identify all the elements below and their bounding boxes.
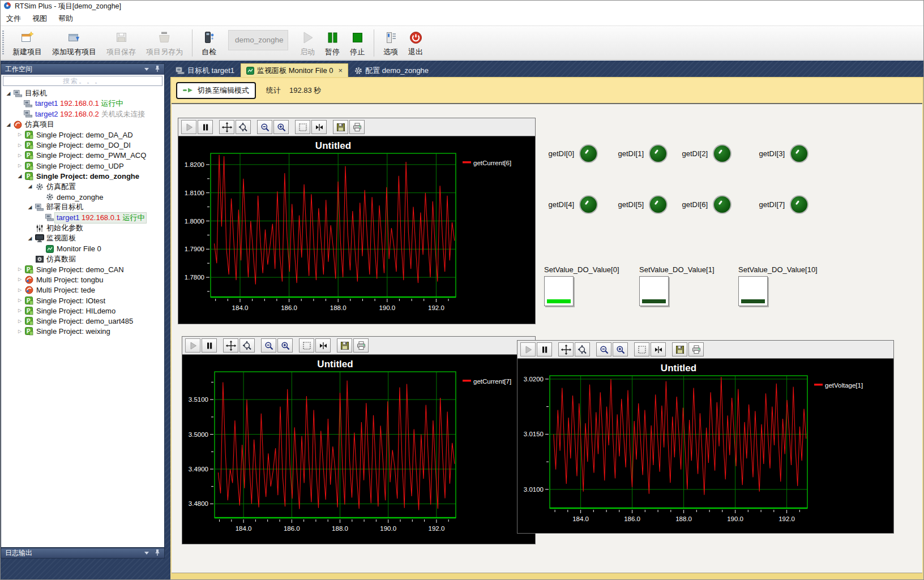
collapse-icon[interactable]: ◢ — [26, 205, 34, 210]
pause-button[interactable]: 暂停 — [320, 27, 345, 59]
add-existing-project-button[interactable]: 添加现有项目 — [47, 27, 101, 59]
search-input[interactable] — [3, 76, 162, 86]
pin-icon[interactable] — [155, 549, 160, 558]
chart-zoom-in-button[interactable] — [273, 120, 289, 134]
setter-level-box[interactable] — [639, 276, 669, 306]
chart-zoom-out-button[interactable] — [261, 338, 276, 353]
stop-button[interactable]: 停止 — [345, 27, 370, 59]
expand-icon[interactable]: ▷ — [16, 288, 24, 293]
chevron-down-icon[interactable] — [144, 68, 149, 71]
tree-item-14[interactable]: ◢监视面板 — [1, 233, 164, 243]
do-setter-1[interactable]: SetValue_DO_Value[1] — [639, 265, 735, 306]
chart-fit-x-button[interactable] — [651, 342, 666, 356]
chart-zoom-out-button[interactable] — [257, 120, 272, 134]
chart-print-button[interactable] — [688, 342, 704, 356]
chart-pan-button[interactable] — [558, 342, 574, 356]
chart-select-region-button[interactable] — [295, 120, 310, 134]
collapse-icon[interactable]: ◢ — [5, 91, 12, 96]
chart-save-button[interactable] — [337, 338, 352, 353]
tree-item-13[interactable]: 初始化参数 — [1, 223, 164, 233]
chevron-down-icon[interactable] — [144, 552, 149, 555]
collapse-icon[interactable]: ◢ — [26, 184, 34, 189]
chart-zoom-in-button[interactable] — [277, 338, 293, 353]
menu-item-2[interactable]: 帮助 — [53, 12, 79, 25]
tree-item-16[interactable]: 仿真数据 — [1, 254, 164, 264]
expand-icon[interactable]: ▷ — [16, 277, 24, 282]
log-output-header[interactable]: 日志输出 — [1, 548, 165, 558]
tree-item-15[interactable]: Monitor File 0 — [1, 243, 164, 254]
chart-play-button[interactable] — [185, 338, 200, 353]
tab-0[interactable]: 目标机 target1 — [170, 64, 239, 77]
expand-icon[interactable]: ▷ — [16, 153, 24, 158]
tree-item-22[interactable]: ▷PSingle Project: demo_uart485 — [1, 316, 164, 326]
tree-item-7[interactable]: ▷PSingle Project: demo_UDP — [1, 161, 164, 171]
expand-icon[interactable]: ▷ — [16, 164, 24, 168]
expand-icon[interactable]: ▷ — [16, 267, 24, 272]
start-button[interactable]: 启动 — [295, 27, 320, 59]
options-button[interactable]: 选项 — [378, 27, 403, 59]
menu-item-1[interactable]: 视图 — [27, 12, 53, 25]
setter-level-box[interactable] — [738, 276, 768, 306]
exit-button[interactable]: 退出 — [403, 27, 428, 59]
tree-item-1[interactable]: target1 192.168.0.1 运行中 — [1, 98, 164, 109]
chart-play-button[interactable] — [520, 342, 536, 356]
tree-item-17[interactable]: ▷PSingle Project: demo_CAN — [1, 264, 164, 274]
expand-icon[interactable]: ▷ — [16, 143, 24, 148]
chart-plot[interactable]: 3.51003.50003.49003.4800184.0186.0188.01… — [182, 355, 535, 546]
expand-icon[interactable]: ▷ — [16, 319, 24, 324]
chart-zoom-drag-button[interactable] — [236, 120, 251, 134]
tab-2[interactable]: 配置 demo_zonghe — [349, 64, 434, 77]
chart-print-button[interactable] — [353, 338, 369, 353]
chart-plot[interactable]: 1.82001.81001.80001.79001.7800184.0186.0… — [178, 136, 535, 325]
tree-item-4[interactable]: ▷PSingle Project: demo_DA_AD — [1, 130, 164, 140]
tab-1[interactable]: 监视面板 Monitor File 0× — [241, 63, 348, 77]
chart-fit-x-button[interactable] — [315, 338, 331, 353]
expand-icon[interactable]: ▷ — [16, 298, 24, 303]
tree-item-5[interactable]: ▷PSingle Project: demo_DO_DI — [1, 140, 164, 150]
chart-pause-button[interactable] — [198, 120, 213, 134]
chart-pan-button[interactable] — [219, 120, 234, 134]
chart-zoom-in-button[interactable] — [613, 342, 628, 356]
collapse-icon[interactable]: ◢ — [26, 236, 34, 241]
tree-item-8[interactable]: ◢PSingle Project: demo_zonghe — [1, 171, 164, 181]
toolbar-grip-handle[interactable] — [2, 31, 4, 55]
self-check-button[interactable]: 自检 — [196, 27, 221, 59]
expand-icon[interactable]: ▷ — [16, 308, 24, 313]
collapse-icon[interactable]: ◢ — [5, 122, 12, 127]
switch-to-edit-mode-button[interactable]: 切换至编辑模式 — [176, 82, 256, 99]
chart-fit-x-button[interactable] — [311, 120, 327, 134]
close-icon[interactable]: × — [338, 67, 343, 74]
chart-pause-button[interactable] — [202, 338, 217, 353]
setter-level-box[interactable] — [544, 276, 574, 306]
chart-zoom-drag-button[interactable] — [575, 342, 590, 356]
chart-select-region-button[interactable] — [299, 338, 314, 353]
tree-item-12[interactable]: target1 192.168.0.1 运行中 — [1, 213, 164, 223]
chart-select-region-button[interactable] — [634, 342, 649, 356]
tree-item-21[interactable]: ▷PSingle Project: HILdemo — [1, 306, 164, 316]
chart-zoom-out-button[interactable] — [596, 342, 611, 356]
chart-zoom-drag-button[interactable] — [239, 338, 255, 353]
menu-item-0[interactable]: 文件 — [1, 12, 27, 25]
collapse-icon[interactable]: ◢ — [16, 174, 24, 179]
tree-item-10[interactable]: demo_zonghe — [1, 192, 164, 202]
save-project-button[interactable]: 项目保存 — [101, 27, 141, 59]
tree-item-9[interactable]: ◢仿真配置 — [1, 182, 164, 192]
expand-icon[interactable]: ▷ — [16, 132, 24, 137]
chart-pause-button[interactable] — [537, 342, 552, 356]
do-setter-0[interactable]: SetValue_DO_Value[0] — [544, 265, 640, 306]
chart-save-button[interactable] — [672, 342, 687, 356]
expand-icon[interactable]: ▷ — [16, 329, 24, 334]
tree-item-0[interactable]: ◢目标机 — [1, 88, 164, 98]
pin-icon[interactable] — [155, 65, 160, 74]
chart-pan-button[interactable] — [223, 338, 238, 353]
chart-save-button[interactable] — [333, 120, 348, 134]
tree-item-11[interactable]: ◢部署目标机 — [1, 202, 164, 212]
tree-item-3[interactable]: ◢仿真项目 — [1, 119, 164, 130]
tree-item-6[interactable]: ▷PSingle Project: demo_PWM_ACQ — [1, 151, 164, 161]
tree-item-20[interactable]: ▷PSingle Project: IOtest — [1, 295, 164, 306]
tree-item-2[interactable]: target2 192.168.0.2 关机或未连接 — [1, 109, 164, 119]
do-setter-2[interactable]: SetValue_DO_Value[10] — [738, 265, 835, 306]
tree-item-19[interactable]: ▷Multi Project: tede — [1, 285, 164, 295]
chart-print-button[interactable] — [349, 120, 365, 134]
tree-item-18[interactable]: ▷Multi Project: tongbu — [1, 274, 164, 285]
